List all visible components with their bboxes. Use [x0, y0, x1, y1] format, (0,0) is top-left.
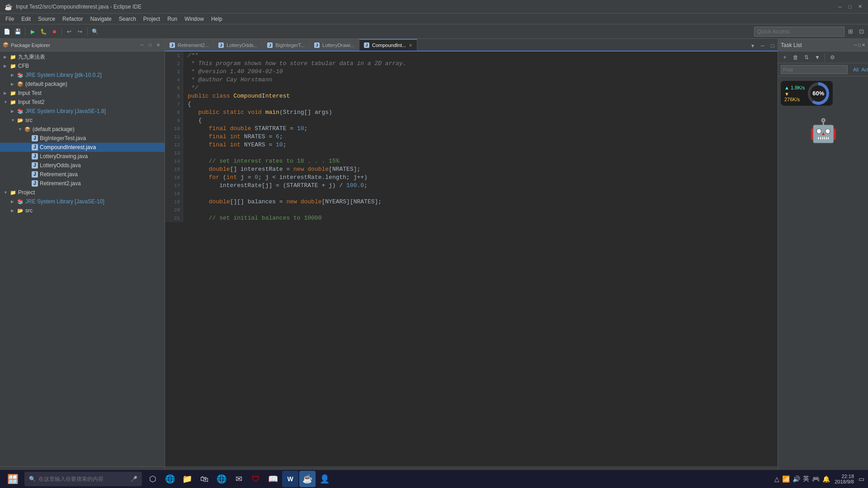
- tree-item-icon: J: [32, 144, 38, 150]
- task-all-link[interactable]: All: [853, 67, 859, 72]
- input-method-icon[interactable]: 英: [803, 475, 809, 483]
- minimize-button[interactable]: ─: [836, 3, 844, 10]
- menu-item-file[interactable]: File: [2, 15, 18, 23]
- toolbar-icon-1[interactable]: ⊞: [845, 27, 855, 37]
- menu-item-run[interactable]: Run: [164, 15, 181, 23]
- taskbar-mail-btn[interactable]: ✉: [231, 471, 247, 487]
- task-delete-btn[interactable]: 🗑: [791, 52, 801, 62]
- tree-item[interactable]: JRetirement2.java: [0, 179, 165, 188]
- tree-item[interactable]: ▼📁Project: [0, 188, 165, 197]
- task-sort-btn[interactable]: ⇅: [802, 52, 811, 62]
- toolbar-icon-2[interactable]: ⊡: [856, 27, 866, 37]
- tree-item[interactable]: ▶📦(default package): [0, 80, 165, 89]
- task-activate-link[interactable]: Activate...: [861, 67, 868, 72]
- taskbar-search-input[interactable]: [38, 476, 128, 482]
- menu-item-search[interactable]: Search: [115, 15, 140, 23]
- close-button[interactable]: ✕: [856, 3, 863, 10]
- taskbar-user-btn[interactable]: 👤: [316, 471, 333, 487]
- save-button[interactable]: 💾: [13, 27, 23, 37]
- tree-item[interactable]: JCompoundInterest.java: [0, 143, 165, 152]
- task-new-btn[interactable]: +: [780, 52, 790, 62]
- menu-item-edit[interactable]: Edit: [18, 15, 34, 23]
- task-list-minimize[interactable]: ─: [854, 42, 857, 47]
- menu-item-refactor[interactable]: Refactor: [59, 15, 86, 23]
- tab-java-icon: J: [170, 42, 175, 48]
- tree-item[interactable]: ▶📚JRE System Library [jdk-10.0.2]: [0, 70, 165, 80]
- editor-tab-CompoundInt[interactable]: JCompoundInt...✕: [359, 39, 417, 51]
- editor-tab-LotteryOdds[interactable]: JLotteryOdds...: [214, 39, 263, 51]
- menu-item-help[interactable]: Help: [208, 15, 226, 23]
- start-button[interactable]: 🪟: [4, 471, 22, 487]
- menu-item-window[interactable]: Window: [181, 15, 208, 23]
- maximize-button[interactable]: □: [846, 3, 854, 10]
- editor-tab-BigIntegerT[interactable]: JBigIntegerT...: [263, 39, 310, 51]
- tree-item[interactable]: ▶📁Input Test: [0, 89, 165, 98]
- menu-item-navigate[interactable]: Navigate: [86, 15, 115, 23]
- tree-item-icon: 📚: [17, 199, 24, 205]
- network-icon[interactable]: 📶: [782, 475, 790, 483]
- tree-item[interactable]: ▼📁Input Test2: [0, 98, 165, 107]
- volume-icon[interactable]: 🔊: [793, 475, 800, 483]
- sidebar-close-btn[interactable]: ✕: [155, 42, 162, 49]
- taskbar-explorer-btn[interactable]: 📁: [179, 471, 195, 487]
- menu-item-source[interactable]: Source: [34, 15, 59, 23]
- taskbar-browser-btn[interactable]: 🌐: [213, 471, 230, 487]
- net-info: ▲ 1.8K/s ▼ 276K/s: [784, 85, 805, 102]
- taskbar-edge-btn[interactable]: 🌐: [162, 471, 178, 487]
- task-settings-btn[interactable]: ⚙: [827, 52, 837, 62]
- code-hscrollbar[interactable]: [165, 466, 778, 470]
- game-icon[interactable]: 🎮: [812, 475, 820, 483]
- sidebar-maximize-btn[interactable]: □: [146, 42, 154, 49]
- notification-icon[interactable]: 🔔: [822, 475, 830, 483]
- tree-item[interactable]: ▼📂src: [0, 116, 165, 125]
- menu-item-project[interactable]: Project: [140, 15, 164, 23]
- tree-item[interactable]: JLotteryOdds.java: [0, 161, 165, 170]
- tab-close-btn[interactable]: ✕: [409, 43, 412, 48]
- task-list-maximize[interactable]: □: [858, 42, 861, 47]
- task-list-close[interactable]: ✕: [862, 42, 865, 47]
- code-editor[interactable]: 123456789101112131415161718192021 /** * …: [165, 52, 778, 466]
- tree-item-label: Project: [18, 189, 35, 196]
- search-button[interactable]: 🔍: [90, 27, 100, 37]
- redo-button[interactable]: ↪: [75, 27, 85, 37]
- tree-item[interactable]: ▶📚JRE System Library [JavaSE-1.8]: [0, 107, 165, 116]
- new-button[interactable]: 📄: [2, 27, 12, 37]
- tree-item[interactable]: JBigIntegerTest.java: [0, 134, 165, 143]
- show-desktop-btn[interactable]: ▭: [859, 475, 864, 483]
- sidebar-tree: ▶📁九九乘法表▶📁CFB▶📚JRE System Library [jdk-10…: [0, 52, 165, 466]
- taskbar-cortana-btn[interactable]: ⬡: [145, 471, 161, 487]
- tab-maximize-btn[interactable]: □: [768, 41, 778, 51]
- task-find-input[interactable]: [781, 65, 848, 74]
- task-filter-btn[interactable]: ▼: [812, 52, 822, 62]
- editor-tab-Retirement2[interactable]: JRetirement2...: [165, 39, 214, 51]
- tab-minimize-btn[interactable]: ─: [758, 41, 768, 51]
- tab-java-icon: J: [314, 42, 320, 48]
- tab-list-btn[interactable]: ▼: [748, 41, 758, 51]
- run-button[interactable]: ▶: [28, 27, 38, 37]
- tree-item[interactable]: JRetirement.java: [0, 170, 165, 179]
- tree-item[interactable]: JLotteryDrawing.java: [0, 152, 165, 161]
- tree-item[interactable]: ▶📁CFB: [0, 61, 165, 70]
- undo-button[interactable]: ↩: [64, 27, 74, 37]
- taskbar-notes-btn[interactable]: 📖: [265, 471, 281, 487]
- tree-item[interactable]: ▼📦(default package): [0, 125, 165, 134]
- tree-item[interactable]: ▶📁九九乘法表: [0, 52, 165, 61]
- sidebar-hscrollbar[interactable]: [0, 466, 165, 470]
- editor-tab-LotteryDrawi[interactable]: JLotteryDrawi...: [310, 39, 359, 51]
- mic-icon[interactable]: 🎤: [131, 476, 137, 482]
- tree-item[interactable]: ▶📚JRE System Library [JavaSE-10]: [0, 197, 165, 206]
- chevron-up-icon[interactable]: △: [774, 475, 779, 483]
- tree-item-label: BigIntegerTest.java: [40, 135, 86, 141]
- tree-arrow-icon: ▼: [4, 100, 10, 104]
- tree-item[interactable]: ▶📂src: [0, 206, 165, 215]
- tree-item-icon: 📦: [17, 81, 24, 87]
- taskbar-word-btn[interactable]: W: [282, 471, 298, 487]
- sidebar-minimize-btn[interactable]: ─: [138, 42, 146, 49]
- taskbar-eclipse-btn[interactable]: ☕: [299, 471, 316, 487]
- stop-button[interactable]: ■: [49, 27, 59, 37]
- debug-button[interactable]: 🐛: [38, 27, 48, 37]
- taskbar-antivirus-btn[interactable]: 🛡: [248, 471, 264, 487]
- taskbar-store-btn[interactable]: 🛍: [196, 471, 212, 487]
- clock[interactable]: 22:18 2018/9/8: [835, 474, 854, 484]
- quick-access-input[interactable]: [754, 27, 844, 37]
